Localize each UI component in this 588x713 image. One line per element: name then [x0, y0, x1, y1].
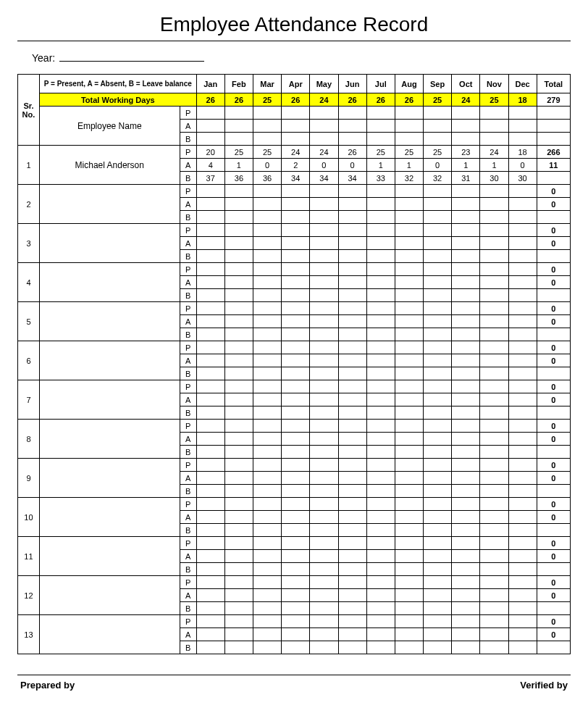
val-P-mar[interactable] [253, 615, 281, 628]
val-P-dec[interactable] [508, 302, 537, 315]
val-B-nov[interactable] [480, 328, 508, 341]
val-P-jun[interactable] [338, 537, 366, 550]
val-A-jan[interactable] [196, 315, 224, 328]
val-B-sep[interactable]: 32 [424, 172, 452, 185]
val-B-aug[interactable] [395, 406, 423, 420]
val-A-dec[interactable] [508, 472, 537, 485]
val-B-feb[interactable] [224, 563, 253, 576]
val-A-feb[interactable]: 1 [224, 159, 253, 172]
val-A-mar[interactable] [253, 237, 281, 250]
val-P-jan[interactable]: 20 [196, 146, 224, 159]
employee-name[interactable] [39, 263, 180, 302]
val-A-aug[interactable] [395, 589, 423, 602]
val-B-feb[interactable] [224, 367, 253, 380]
val-P-nov[interactable] [480, 263, 508, 276]
val-A-jan[interactable] [196, 550, 224, 563]
val-B-mar[interactable] [253, 289, 281, 302]
val-B-dec[interactable] [508, 641, 537, 654]
val-A-aug[interactable] [395, 433, 423, 446]
val-P-may[interactable] [310, 263, 338, 276]
val-P-jul[interactable] [366, 380, 395, 393]
val-B-apr[interactable] [282, 524, 310, 537]
val-P-feb[interactable] [224, 420, 253, 433]
val-A-jun[interactable] [338, 276, 366, 289]
val-B-feb[interactable] [224, 406, 253, 420]
val-A-sep[interactable] [424, 433, 452, 446]
val-B-dec[interactable]: 30 [508, 172, 537, 185]
val-B-jan[interactable] [196, 446, 224, 459]
val-P-nov[interactable] [480, 341, 508, 354]
val-P-aug[interactable] [395, 380, 423, 393]
val-B-may[interactable] [310, 406, 338, 420]
val-P-jun[interactable] [338, 459, 366, 472]
val-B-feb[interactable] [224, 485, 253, 498]
val-B-aug[interactable] [395, 485, 423, 498]
val-P-jul[interactable] [366, 341, 395, 354]
val-A-jun[interactable] [338, 589, 366, 602]
val-B-jan[interactable] [196, 406, 224, 420]
val-P-jan[interactable] [196, 302, 224, 315]
val-P-aug[interactable] [395, 576, 423, 589]
val-P-oct[interactable] [452, 302, 480, 315]
val-B-jun[interactable] [338, 406, 366, 420]
val-A-aug[interactable] [395, 628, 423, 641]
val-P-nov[interactable] [480, 420, 508, 433]
val-A-jun[interactable]: 0 [338, 159, 366, 172]
val-P-sep[interactable] [424, 302, 452, 315]
val-P-may[interactable] [310, 459, 338, 472]
val-B-aug[interactable] [395, 328, 423, 341]
val-A-mar[interactable] [253, 550, 281, 563]
val-P-jun[interactable] [338, 224, 366, 237]
val-A-jan[interactable] [196, 511, 224, 524]
val-P-apr[interactable] [282, 537, 310, 550]
val-A-jul[interactable] [366, 393, 395, 406]
val-B-sep[interactable] [424, 211, 452, 224]
val-B-jul[interactable] [366, 328, 395, 341]
val-A-may[interactable] [310, 354, 338, 367]
val-P-aug[interactable]: 25 [395, 146, 423, 159]
val-P-jul[interactable] [366, 263, 395, 276]
val-P-may[interactable] [310, 185, 338, 198]
val-A-nov[interactable] [480, 198, 508, 211]
val-B-may[interactable] [310, 328, 338, 341]
val-P-jun[interactable] [338, 185, 366, 198]
val-A-feb[interactable] [224, 589, 253, 602]
val-A-jan[interactable] [196, 628, 224, 641]
val-P-nov[interactable] [480, 576, 508, 589]
val-A-may[interactable] [310, 393, 338, 406]
val-B-dec[interactable] [508, 524, 537, 537]
val-B-aug[interactable] [395, 211, 423, 224]
val-A-nov[interactable] [480, 237, 508, 250]
val-A-apr[interactable] [282, 589, 310, 602]
val-A-jun[interactable] [338, 511, 366, 524]
val-B-nov[interactable]: 30 [480, 172, 508, 185]
val-P-nov[interactable]: 24 [480, 146, 508, 159]
val-P-sep[interactable] [424, 420, 452, 433]
val-B-dec[interactable] [508, 485, 537, 498]
val-B-nov[interactable] [480, 446, 508, 459]
val-P-feb[interactable] [224, 537, 253, 550]
val-A-apr[interactable] [282, 433, 310, 446]
employee-name[interactable] [39, 185, 180, 224]
val-A-sep[interactable] [424, 198, 452, 211]
val-P-aug[interactable] [395, 224, 423, 237]
val-B-may[interactable] [310, 289, 338, 302]
val-A-feb[interactable] [224, 472, 253, 485]
val-B-feb[interactable] [224, 211, 253, 224]
val-P-nov[interactable] [480, 537, 508, 550]
employee-name[interactable] [39, 224, 180, 263]
val-B-jul[interactable] [366, 563, 395, 576]
val-A-nov[interactable] [480, 276, 508, 289]
val-B-jun[interactable] [338, 524, 366, 537]
val-A-sep[interactable] [424, 276, 452, 289]
val-A-jul[interactable] [366, 433, 395, 446]
val-A-jul[interactable]: 1 [366, 159, 395, 172]
val-P-mar[interactable] [253, 185, 281, 198]
val-B-apr[interactable] [282, 289, 310, 302]
val-A-apr[interactable] [282, 198, 310, 211]
val-B-sep[interactable] [424, 446, 452, 459]
val-B-oct[interactable] [452, 367, 480, 380]
val-A-mar[interactable] [253, 315, 281, 328]
val-A-mar[interactable] [253, 472, 281, 485]
val-A-jul[interactable] [366, 315, 395, 328]
